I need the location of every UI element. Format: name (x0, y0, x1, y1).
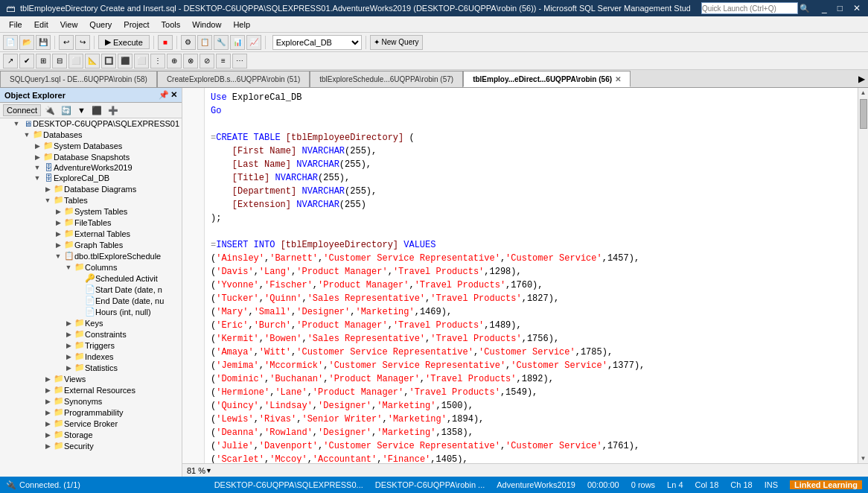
menu-file[interactable]: File (3, 19, 28, 31)
systemdb-label: System Databases (54, 141, 122, 150)
objex-close-icon[interactable]: ✕ (170, 90, 177, 100)
tb2-btn10[interactable]: ⋮ (150, 54, 165, 69)
tree-node-col-scheduled[interactable]: 🔑 Scheduled Activit (0, 273, 182, 284)
right-scrollbar[interactable]: ▲ ▼ (858, 88, 868, 463)
menu-edit[interactable]: Edit (28, 19, 54, 31)
filter-icon[interactable]: ▼ (75, 105, 88, 115)
tree-node-databases[interactable]: ▼ 📁 Databases (0, 129, 182, 140)
tab-createexplore[interactable]: CreateExploreDB.s...6UQPPA\robin (51) (157, 71, 310, 87)
zoom-dropdown-icon[interactable]: ▼ (205, 467, 212, 474)
new-query-btn[interactable]: ✦ New Query (370, 35, 423, 50)
tree-node-synonyms[interactable]: ▶ 📁 Synonyms (0, 395, 182, 407)
tree-node-col-enddate[interactable]: 📄 End Date (date, nu (0, 295, 182, 306)
tree-node-views[interactable]: ▶ 📁 Views (0, 373, 182, 384)
tb-btn2[interactable]: 📋 (197, 35, 212, 50)
tree-node-security[interactable]: ▶ 📁 Security (0, 440, 182, 451)
minimize-button[interactable]: _ (817, 3, 832, 13)
tb2-btn6[interactable]: 📐 (85, 54, 100, 69)
tb2-btn3[interactable]: ⊞ (36, 54, 51, 69)
refresh-icon[interactable]: 🔄 (59, 105, 74, 116)
tree-node-extresources[interactable]: ▶ 📁 External Resources (0, 384, 182, 395)
tree-node-columns[interactable]: ▼ 📁 Columns (0, 261, 182, 273)
menu-view[interactable]: View (54, 19, 84, 31)
tree-node-snapshots[interactable]: ▶ 📁 Database Snapshots (0, 151, 182, 162)
expand-constraints-icon: ▶ (63, 331, 74, 338)
scroll-up-icon[interactable]: ▲ (859, 88, 868, 98)
tree-node-constraints[interactable]: ▶ 📁 Constraints (0, 328, 182, 340)
redo-icon[interactable]: ↪ (75, 35, 90, 50)
tree-node-tables[interactable]: ▼ 📁 Tables (0, 194, 182, 206)
tree-node-diagrams[interactable]: ▶ 📁 Database Diagrams (0, 183, 182, 194)
menu-help[interactable]: Help (227, 19, 256, 31)
quicklaunch-input[interactable] (701, 2, 798, 14)
tb-btn3[interactable]: 🔧 (214, 35, 229, 50)
tree-node-filetables[interactable]: ▶ 📁 FileTables (0, 217, 182, 228)
tb-btn1[interactable]: ⚙ (181, 35, 196, 50)
tree-node-keys[interactable]: ▶ 📁 Keys (0, 317, 182, 328)
tree-node-indexes[interactable]: ▶ 📁 Indexes (0, 351, 182, 362)
tb-btn4[interactable]: 📊 (230, 35, 245, 50)
tb2-btn13[interactable]: ⊘ (200, 54, 214, 69)
server-label: DESKTOP-C6UQPPA\SQLEXPRESS01 (SC (33, 119, 182, 128)
stop-icon[interactable]: ⬛ (89, 105, 104, 116)
menu-window[interactable]: Window (186, 19, 227, 31)
menu-tools[interactable]: Tools (156, 19, 187, 31)
snapshots-icon: 📁 (43, 152, 54, 162)
tb2-btn9[interactable]: ⬜ (134, 54, 149, 69)
tree-node-col-hours[interactable]: 📄 Hours (int, null) (0, 306, 182, 317)
tb2-btn7[interactable]: 🔲 (101, 54, 116, 69)
tree-node-tblexploreschedule[interactable]: ▼ 📋 dbo.tblExploreSchedule (0, 250, 182, 261)
tree-node-systemdb[interactable]: ▶ 📁 System Databases (0, 140, 182, 151)
tree-node-triggers[interactable]: ▶ 📁 Triggers (0, 340, 182, 351)
tab4-close-icon[interactable]: ✕ (615, 75, 621, 83)
save-icon[interactable]: 💾 (36, 35, 51, 50)
tb-btn5[interactable]: 📈 (246, 35, 261, 50)
tb2-btn4[interactable]: ⊟ (52, 54, 67, 69)
stop-icon[interactable]: ■ (158, 35, 173, 50)
tree-node-graphtables[interactable]: ▶ 📁 Graph Tables (0, 239, 182, 250)
menu-query[interactable]: Query (83, 19, 118, 31)
open-icon[interactable]: 📂 (19, 35, 34, 50)
maximize-button[interactable]: □ (833, 3, 847, 13)
collapse-icon[interactable]: ➕ (106, 105, 121, 116)
tb2-btn5[interactable]: ⬜ (68, 54, 83, 69)
tree-node-systemtables[interactable]: ▶ 📁 System Tables (0, 206, 182, 217)
tb2-btn8[interactable]: ⬛ (118, 54, 133, 69)
tab-tblexploreschedule[interactable]: tblExploreSchedule...6UQPPA\robin (57) (310, 71, 463, 87)
tree-node-storage[interactable]: ▶ 📁 Storage (0, 429, 182, 440)
scroll-thumb[interactable] (860, 99, 867, 129)
tree-node-programmability[interactable]: ▶ 📁 Programmability (0, 407, 182, 418)
tree-node-explorecal[interactable]: ▼ 🗄 ExploreCal_DB (0, 173, 182, 183)
tree-node-servicebroker[interactable]: ▶ 📁 Service Broker (0, 418, 182, 429)
objex-header-controls: 📌 ✕ (159, 90, 177, 100)
close-button[interactable]: ✕ (849, 3, 865, 13)
connect-button[interactable]: Connect (3, 104, 41, 116)
tb2-btn14[interactable]: ≡ (216, 54, 231, 69)
sql-create-table: =CREATE TABLE [tblEmployeeDirectory] ( (211, 131, 852, 144)
constraints-icon: 📁 (74, 329, 85, 339)
tab-scroll-right-icon[interactable]: ▶ (855, 74, 868, 84)
tb2-btn2[interactable]: ✔ (19, 54, 34, 69)
tb2-btn1[interactable]: ↗ (3, 54, 18, 69)
execute-button[interactable]: ▶ Execute (98, 35, 150, 49)
tree-node-externaltables[interactable]: ▶ 📁 External Tables (0, 228, 182, 239)
tab-tblemployeedirectory[interactable]: tblEmploy...eDirect...6UQPPA\robin (56) … (463, 71, 631, 87)
col-startdate-icon: 📄 (85, 284, 95, 294)
tb2-btn11[interactable]: ⊕ (167, 54, 182, 69)
tree-node-server[interactable]: ▼ 🖥 DESKTOP-C6UQPPA\SQLEXPRESS01 (SC (0, 118, 182, 129)
tb2-btn15[interactable]: ⋯ (232, 54, 247, 69)
menubar: File Edit View Query Project Tools Windo… (0, 16, 868, 33)
tb2-btn12[interactable]: ⊗ (183, 54, 198, 69)
sql-editor[interactable]: Use ExploreCal_DB Go =CREATE TABLE [tblE… (205, 88, 858, 463)
objex-pin-icon[interactable]: 📌 (159, 90, 169, 100)
tree-node-adventureworks[interactable]: ▼ 🗄 AdventureWorks2019 (0, 162, 182, 173)
tab-sqlquery1[interactable]: SQLQuery1.sql - DE...6UQPPA\robin (58) (0, 71, 157, 87)
scroll-down-icon[interactable]: ▼ (859, 454, 868, 463)
tree-node-statistics[interactable]: ▶ 📁 Statistics (0, 362, 182, 373)
db-select[interactable]: ExploreCal_DB (272, 35, 362, 50)
menu-project[interactable]: Project (118, 19, 155, 31)
undo-icon[interactable]: ↩ (59, 35, 74, 50)
new-query-icon[interactable]: 📄 (3, 35, 18, 50)
tree-node-col-startdate[interactable]: 📄 Start Date (date, n (0, 284, 182, 295)
disconnect-icon[interactable]: 🔌 (42, 105, 57, 116)
